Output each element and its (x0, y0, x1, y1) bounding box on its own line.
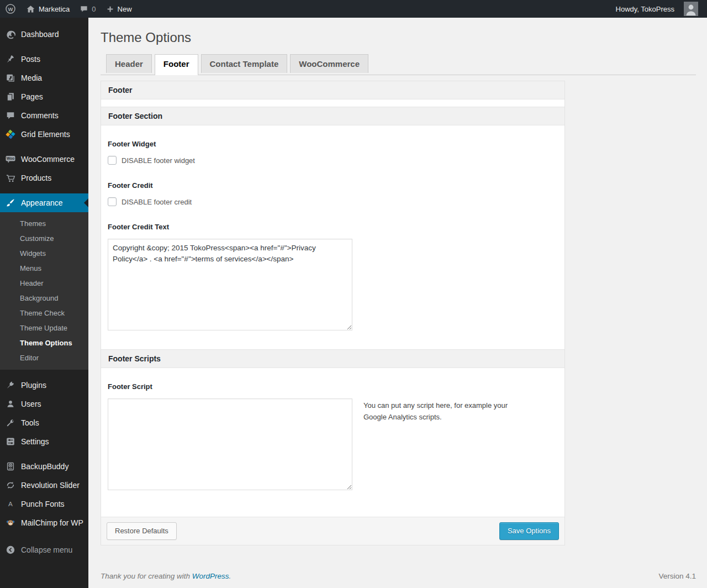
sidebar-item-label: Comments (21, 111, 59, 120)
sidebar-item-woocommerce[interactable]: Woo WooCommerce (0, 150, 88, 169)
plugins-icon (5, 380, 16, 391)
sidebar-item-grid-elements[interactable]: Grid Elements (0, 125, 88, 144)
submenu-item-background[interactable]: Background (0, 291, 88, 306)
submenu-item-editor[interactable]: Editor (0, 350, 88, 365)
submenu-item-widgets[interactable]: Widgets (0, 246, 88, 261)
thanks-suffix: . (229, 572, 231, 580)
sidebar-item-posts[interactable]: Posts (0, 50, 88, 69)
submenu-item-theme-options[interactable]: Theme Options (0, 335, 88, 350)
sidebar-item-users[interactable]: Users (0, 395, 88, 413)
sidebar-item-media[interactable]: Media (0, 69, 88, 87)
products-cart-icon (5, 172, 16, 183)
posts-icon (5, 54, 16, 65)
footer-widget-label: Footer Widget (108, 140, 558, 148)
appearance-submenu: Themes Customize Widgets Menus Header Ba… (0, 212, 88, 370)
footer-credit-text-textarea[interactable]: Copyright &copy; 2015 TokoPress<span><a … (108, 239, 352, 330)
disable-footer-credit-checkbox[interactable] (108, 197, 117, 206)
site-name-menu[interactable]: Marketica (21, 0, 75, 18)
page-title: Theme Options (88, 18, 707, 46)
sidebar-item-comments[interactable]: Comments (0, 106, 88, 125)
admin-sidebar: Dashboard Posts Media Pages Comments Gri… (0, 18, 88, 588)
grid-elements-icon (5, 129, 16, 140)
sidebar-item-label: Dashboard (21, 30, 59, 39)
sidebar-item-label: BackupBuddy (21, 462, 68, 471)
collapse-menu-button[interactable]: Collapse menu (0, 540, 88, 559)
footer-section-bar: Footer Section (101, 107, 564, 125)
submenu-item-customize[interactable]: Customize (0, 231, 88, 246)
disable-footer-widget-checkbox[interactable] (108, 156, 117, 165)
sidebar-item-punch-fonts[interactable]: A Punch Fonts (0, 495, 88, 513)
sidebar-item-pages[interactable]: Pages (0, 87, 88, 106)
sidebar-item-label: Grid Elements (21, 130, 70, 139)
plus-icon (106, 5, 114, 13)
footer-script-label: Footer Script (108, 382, 558, 391)
avatar[interactable] (684, 2, 698, 16)
submenu-item-themes[interactable]: Themes (0, 216, 88, 231)
restore-defaults-button[interactable]: Restore Defaults (107, 522, 177, 540)
submenu-item-menus[interactable]: Menus (0, 261, 88, 276)
footer-script-description: You can put any script here, for example… (363, 398, 532, 423)
site-name: Marketica (39, 5, 70, 13)
panel-spacer (101, 99, 564, 107)
sidebar-item-dashboard[interactable]: Dashboard (0, 25, 88, 44)
footer-scripts-content: Footer Script You can put any script her… (101, 382, 564, 517)
sidebar-item-label: Plugins (21, 381, 46, 390)
footer-script-textarea[interactable] (108, 398, 352, 490)
comments-icon (5, 110, 16, 121)
appearance-brush-icon (5, 197, 16, 208)
sidebar-item-plugins[interactable]: Plugins (0, 376, 88, 395)
sidebar-item-label: WooCommerce (21, 155, 75, 164)
sidebar-item-label: MailChimp for WP (21, 518, 83, 527)
sidebar-item-label: Products (21, 174, 51, 182)
disable-footer-credit-label: DISABLE footer credit (122, 198, 192, 206)
sidebar-item-label: Media (21, 74, 42, 82)
tab-contact-template[interactable]: Contact Template (201, 54, 288, 73)
sidebar-item-label: Settings (21, 437, 49, 446)
current-menu-arrow-icon (80, 198, 88, 207)
tab-header[interactable]: Header (106, 54, 152, 73)
pages-icon (5, 91, 16, 102)
panel-action-bar: Restore Defaults Save Options (101, 517, 564, 545)
sidebar-item-revolution-slider[interactable]: Revolution Slider (0, 476, 88, 495)
sidebar-item-backupbuddy[interactable]: BackupBuddy (0, 457, 88, 476)
footer-credit-label: Footer Credit (108, 181, 558, 190)
sidebar-item-label: Punch Fonts (21, 500, 65, 508)
sidebar-item-tools[interactable]: Tools (0, 413, 88, 432)
tab-footer[interactable]: Footer (155, 54, 198, 75)
sidebar-item-settings[interactable]: Settings (0, 432, 88, 451)
save-options-button[interactable]: Save Options (499, 522, 559, 540)
submenu-item-theme-update[interactable]: Theme Update (0, 321, 88, 335)
tools-wrench-icon (5, 417, 16, 428)
media-icon (5, 72, 16, 83)
admin-footer: Thank you for creating with WordPress. V… (101, 545, 696, 588)
collapse-menu-label: Collapse menu (21, 545, 72, 554)
wordpress-logo-icon: W (5, 3, 16, 14)
mailchimp-monkey-icon (5, 517, 16, 528)
sidebar-item-label: Users (21, 400, 41, 408)
punch-fonts-letter-icon: A (5, 498, 16, 510)
users-icon (5, 398, 16, 410)
sidebar-item-products[interactable]: Products (0, 169, 88, 187)
theme-options-panel: Footer Footer Section Footer Widget DISA… (101, 81, 565, 545)
sidebar-item-mailchimp[interactable]: MailChimp for WP (0, 513, 88, 532)
submenu-item-header[interactable]: Header (0, 276, 88, 291)
svg-text:A: A (8, 500, 13, 507)
new-content-menu[interactable]: New (101, 0, 137, 18)
footer-credit-checkbox-row: DISABLE footer credit (108, 197, 558, 206)
submenu-item-theme-check[interactable]: Theme Check (0, 306, 88, 321)
tab-woocommerce[interactable]: WooCommerce (290, 54, 368, 73)
collapse-arrow-icon (5, 544, 16, 555)
footer-credit-text-label: Footer Credit Text (108, 223, 558, 231)
comments-menu[interactable]: 0 (75, 0, 101, 18)
thanks-prefix: Thank you for creating with (101, 572, 192, 580)
sidebar-item-label: Revolution Slider (21, 481, 80, 490)
wordpress-logo-menu[interactable]: W (0, 0, 21, 18)
comment-bubble-icon (80, 4, 88, 13)
howdy-account-menu[interactable]: Howdy, TokoPress (611, 0, 679, 18)
footer-section-content: Footer Widget DISABLE footer widget Foot… (101, 140, 564, 349)
sidebar-item-appearance[interactable]: Appearance (0, 193, 88, 212)
backupbuddy-icon (5, 461, 16, 472)
wordpress-link[interactable]: WordPress (192, 572, 229, 580)
revolution-slider-icon (5, 480, 16, 491)
disable-footer-widget-label: DISABLE footer widget (122, 156, 195, 165)
